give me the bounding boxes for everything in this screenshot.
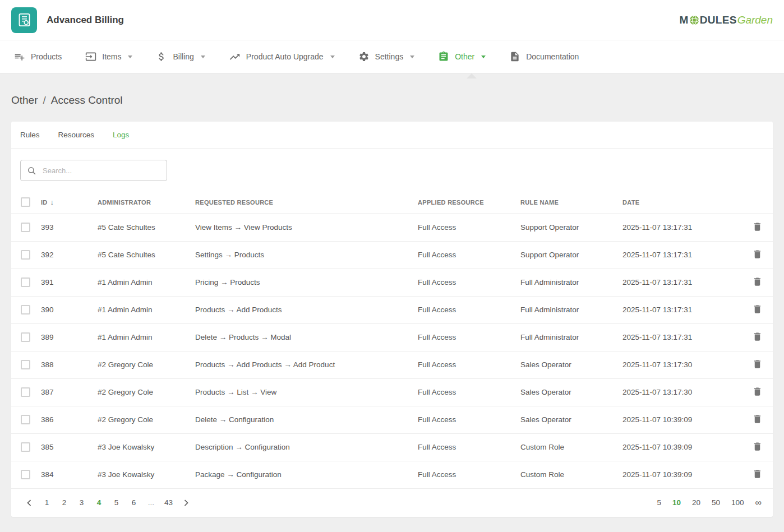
row-checkbox[interactable] xyxy=(21,387,30,397)
cell-applied-resource: Full Access xyxy=(417,241,520,269)
cell-id: 392 xyxy=(40,241,97,269)
page-number[interactable]: 2 xyxy=(58,498,70,507)
search-box xyxy=(20,160,167,181)
column-header-requested-resource: REQUESTED RESOURCE xyxy=(195,191,417,214)
cell-administrator: #2 Gregory Cole xyxy=(97,378,195,406)
cell-id: 389 xyxy=(40,323,97,351)
table-row: 387 #2 Gregory Cole Products → List → Vi… xyxy=(11,378,773,406)
page-number[interactable]: 4 xyxy=(93,498,105,507)
table-row: 389 #1 Admin Admin Delete → Products → M… xyxy=(11,323,773,351)
next-page-button[interactable] xyxy=(181,497,192,508)
row-checkbox[interactable] xyxy=(21,223,30,232)
per-page-option[interactable]: 5 xyxy=(657,498,661,507)
page-number[interactable]: 1 xyxy=(41,498,53,507)
chevron-down-icon xyxy=(481,55,486,58)
tab-resources[interactable]: Resources xyxy=(58,131,95,139)
delete-icon[interactable] xyxy=(752,359,763,369)
row-checkbox[interactable] xyxy=(21,332,30,342)
cell-administrator: #5 Cate Schultes xyxy=(97,241,195,269)
row-checkbox[interactable] xyxy=(21,360,30,369)
tab-logs[interactable]: Logs xyxy=(113,131,129,139)
per-page-option[interactable]: 20 xyxy=(692,498,700,507)
brand-garden: Garden xyxy=(737,15,773,25)
per-page-option[interactable]: 100 xyxy=(731,498,744,507)
cell-date: 2025-11-07 10:39:09 xyxy=(622,433,740,461)
delete-icon[interactable] xyxy=(752,221,763,232)
cell-date: 2025-11-07 13:17:31 xyxy=(622,269,740,296)
column-header-applied-resource: APPLIED RESOURCE xyxy=(417,191,520,214)
cell-date: 2025-11-07 13:17:31 xyxy=(622,323,740,351)
other-clipboard-icon xyxy=(438,51,449,62)
chevron-down-icon xyxy=(410,55,414,58)
page-number[interactable]: 43 xyxy=(163,498,174,507)
delete-icon[interactable] xyxy=(752,441,763,452)
brand-dules: DULES xyxy=(700,15,737,25)
cell-date: 2025-11-07 13:17:31 xyxy=(622,241,740,269)
cell-requested-resource: Delete → Configuration xyxy=(195,406,417,433)
cell-rule-name: Custom Role xyxy=(520,433,622,461)
logs-table: ID↓ ADMINISTRATOR REQUESTED RESOURCE APP… xyxy=(11,191,773,489)
nav-item-product-auto-upgrade[interactable]: Product Auto Upgrade xyxy=(217,40,347,73)
cell-applied-resource: Full Access xyxy=(417,461,520,488)
table-row: 386 #2 Gregory Cole Delete → Configurati… xyxy=(11,406,773,433)
per-page-options: 5102050100∞ xyxy=(651,498,762,508)
chevron-down-icon xyxy=(128,55,132,58)
cell-id: 387 xyxy=(40,378,97,406)
nav-item-settings[interactable]: Settings xyxy=(347,40,427,73)
globe-icon xyxy=(689,15,699,25)
previous-page-button[interactable] xyxy=(24,497,35,508)
tabs: Rules Resources Logs xyxy=(11,122,773,149)
table-body: 393 #5 Cate Schultes View Items → View P… xyxy=(11,214,773,488)
sort-descending-icon[interactable]: ↓ xyxy=(50,198,54,206)
delete-icon[interactable] xyxy=(752,304,763,314)
nav-item-items[interactable]: Items xyxy=(73,40,144,73)
delete-icon[interactable] xyxy=(752,276,763,287)
pagination-pages: 123456...43 xyxy=(38,498,177,507)
cell-id: 384 xyxy=(40,461,97,488)
nav-item-other[interactable]: Other xyxy=(426,40,497,73)
cell-rule-name: Full Administrator xyxy=(520,323,622,351)
nav-item-billing[interactable]: Billing xyxy=(144,40,216,73)
cell-requested-resource: Products → Add Products → Add Product xyxy=(195,351,417,378)
select-all-checkbox[interactable] xyxy=(21,197,30,207)
cell-rule-name: Support Operator xyxy=(520,241,622,269)
page-number[interactable]: 6 xyxy=(128,498,140,507)
tab-rules[interactable]: Rules xyxy=(20,131,40,139)
nav-item-products[interactable]: Products xyxy=(2,40,73,73)
row-checkbox[interactable] xyxy=(21,415,30,424)
per-page-option[interactable]: 50 xyxy=(712,498,720,507)
page-number[interactable]: 5 xyxy=(110,498,122,507)
per-page-option[interactable]: 10 xyxy=(672,498,681,507)
cell-applied-resource: Full Access xyxy=(417,433,520,461)
items-icon xyxy=(85,51,96,62)
cell-requested-resource: Products → List → View xyxy=(195,378,417,406)
cell-rule-name: Full Administrator xyxy=(520,296,622,323)
cell-date: 2025-11-07 13:17:30 xyxy=(622,351,740,378)
cell-date: 2025-11-07 13:17:31 xyxy=(622,296,740,323)
table-row: 392 #5 Cate Schultes Settings → Products… xyxy=(11,241,773,269)
row-checkbox[interactable] xyxy=(21,442,30,452)
delete-icon[interactable] xyxy=(752,249,763,260)
row-checkbox[interactable] xyxy=(21,277,30,287)
page-title: Advanced Billing xyxy=(47,15,124,26)
row-checkbox[interactable] xyxy=(21,470,30,479)
delete-icon[interactable] xyxy=(752,331,763,342)
cell-rule-name: Sales Operator xyxy=(520,406,622,433)
cell-rule-name: Support Operator xyxy=(520,214,622,241)
row-checkbox[interactable] xyxy=(21,305,30,314)
nav-item-documentation[interactable]: Documentation xyxy=(497,40,591,73)
page-number[interactable]: 3 xyxy=(76,498,87,507)
modulesgarden-logo: M DULES Garden xyxy=(680,15,773,25)
nav-item-label: Product Auto Upgrade xyxy=(246,52,324,61)
delete-icon[interactable] xyxy=(752,469,763,479)
cell-id: 391 xyxy=(40,269,97,296)
cell-date: 2025-11-07 10:39:09 xyxy=(622,461,740,488)
row-checkbox[interactable] xyxy=(21,250,30,260)
delete-icon[interactable] xyxy=(752,414,763,424)
cell-id: 388 xyxy=(40,351,97,378)
per-page-all-option[interactable]: ∞ xyxy=(755,498,762,508)
cell-id: 386 xyxy=(40,406,97,433)
search-input[interactable] xyxy=(41,166,160,175)
delete-icon[interactable] xyxy=(752,386,763,397)
column-header-administrator: ADMINISTRATOR xyxy=(97,191,195,214)
